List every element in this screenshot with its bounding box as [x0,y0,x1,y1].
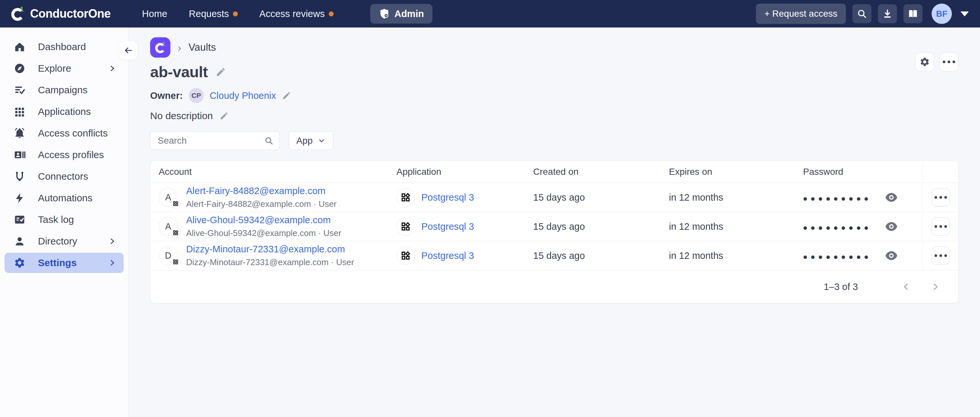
sidebar-item-label: Access conflicts [38,128,116,139]
notification-dot [329,11,334,16]
apps-grid-icon [13,106,26,118]
table-pagination: 1–3 of 3 [151,270,958,303]
search-button[interactable] [853,4,872,23]
vault-more-button[interactable] [939,53,958,71]
pagination-range-label: 1–3 of 3 [824,281,858,292]
expires-on-value: in 12 months [669,241,803,270]
svg-text:1: 1 [162,41,165,47]
app-filter-dropdown[interactable]: App [289,131,333,150]
row-more-button[interactable] [932,246,950,265]
sidebar: Dashboard Explore Campaigns Applications… [0,27,129,417]
postgres-app-badge-icon [170,257,181,267]
person-icon [13,235,26,247]
breadcrumb-chevron-icon: › [178,41,181,54]
reveal-password-button[interactable] [883,191,899,204]
conductorone-logo-icon: 1 [10,6,25,22]
sidebar-item-label: Campaigns [38,85,116,96]
top-navbar: 1 ConductorOne Home Requests Access revi… [0,0,980,27]
sidebar-item-settings[interactable]: Settings [5,253,124,273]
sidebar-item-dashboard[interactable]: Dashboard [5,37,124,57]
brand[interactable]: 1 ConductorOne [10,6,111,22]
svg-text:1: 1 [20,6,24,13]
sidebar-item-label: Automations [38,192,116,204]
sidebar-item-connectors[interactable]: Connectors [5,166,124,187]
user-menu-caret-icon[interactable] [960,11,969,16]
application-link[interactable]: Postgresql 3 [421,251,474,261]
nav-access-reviews[interactable]: Access reviews [259,8,334,19]
account-subtext: Alert-Fairy-84882@example.com · User [186,199,337,209]
conductorone-app-icon[interactable]: 1 [150,37,170,58]
pagination-prev-button[interactable] [899,279,913,294]
pagination-next-button[interactable] [928,279,943,294]
sidebar-item-explore[interactable]: Explore [5,58,124,78]
nav-admin[interactable]: Admin [370,4,433,24]
eye-icon [885,192,898,202]
account-link[interactable]: Alive-Ghoul-59342@example.com [186,215,341,225]
edit-owner-pencil-icon[interactable] [282,91,291,100]
chevron-right-icon [931,282,940,292]
nav-home[interactable]: Home [142,8,167,19]
docs-button[interactable] [904,4,923,23]
account-avatar: A [159,188,178,207]
sidebar-item-campaigns[interactable]: Campaigns [5,80,124,100]
reveal-password-button[interactable] [883,220,899,233]
owner-name-link[interactable]: Cloudy Phoenix [210,90,276,101]
sidebar-item-applications[interactable]: Applications [5,101,124,122]
column-header-created-on: Created on [533,161,669,183]
gear-icon [13,257,26,269]
chevron-down-icon [317,136,326,145]
sidebar-item-access-profiles[interactable]: Access profiles [5,145,124,165]
description-text: No description [150,110,213,121]
table-row: D Dizzy-Minotaur-72331@example.com Dizzy… [151,241,958,270]
request-access-button[interactable]: + Request access [756,3,846,24]
ellipsis-icon [934,225,947,228]
reveal-password-button[interactable] [883,249,899,262]
nav-requests-label: Requests [189,8,229,19]
table-row: A Alert-Fairy-84882@example.com Alert-Fa… [151,183,958,212]
account-subtext: Dizzy-Minotaur-72331@example.com · User [186,257,354,267]
bell-icon [13,127,26,139]
password-mask: ••••••••• [803,219,872,234]
sidebar-item-task-log[interactable]: Task log [5,209,124,230]
eye-icon [885,251,898,260]
gear-icon [920,57,930,67]
column-header-password: Password [803,161,923,183]
brand-name: ConductorOne [30,7,111,21]
user-avatar[interactable]: BF [932,3,952,24]
account-subtext: Alive-Ghoul-59342@example.com · User [186,228,341,238]
created-on-value: 15 days ago [533,241,669,270]
eye-icon [885,222,898,232]
account-link[interactable]: Dizzy-Minotaur-72331@example.com [186,244,354,255]
edit-description-pencil-icon[interactable] [220,111,229,120]
edit-title-pencil-icon[interactable] [216,67,226,77]
nav-requests[interactable]: Requests [189,8,238,19]
sidebar-item-automations[interactable]: Automations [5,188,124,208]
row-more-button[interactable] [932,217,950,236]
sidebar-item-label: Connectors [38,171,116,182]
row-more-button[interactable] [932,188,950,206]
search-input[interactable] [150,131,280,150]
chevron-left-icon [901,282,911,292]
column-header-expires-on: Expires on [669,161,803,183]
account-avatar: A [159,217,178,236]
nav-admin-label: Admin [395,8,424,19]
nav-home-label: Home [142,8,167,19]
vault-settings-button[interactable] [915,53,934,71]
arrow-left-icon [123,45,133,55]
sidebar-item-directory[interactable]: Directory [5,231,124,251]
sidebar-collapse-button[interactable] [119,41,138,60]
sidebar-item-access-conflicts[interactable]: Access conflicts [5,123,124,143]
postgres-app-badge-icon [170,198,181,209]
postgres-app-icon [396,188,415,206]
postgres-app-badge-icon [170,227,181,238]
application-link[interactable]: Postgresql 3 [421,192,474,203]
account-link[interactable]: Alert-Fairy-84882@example.com [186,185,337,197]
breadcrumb-vaults-link[interactable]: Vaults [188,42,216,53]
sidebar-item-label: Directory [38,236,108,247]
connectors-icon [13,171,26,182]
download-button[interactable] [878,4,897,23]
column-header-application: Application [396,161,533,183]
notification-dot [233,11,238,16]
password-mask: ••••••••• [803,190,872,205]
application-link[interactable]: Postgresql 3 [421,221,474,232]
